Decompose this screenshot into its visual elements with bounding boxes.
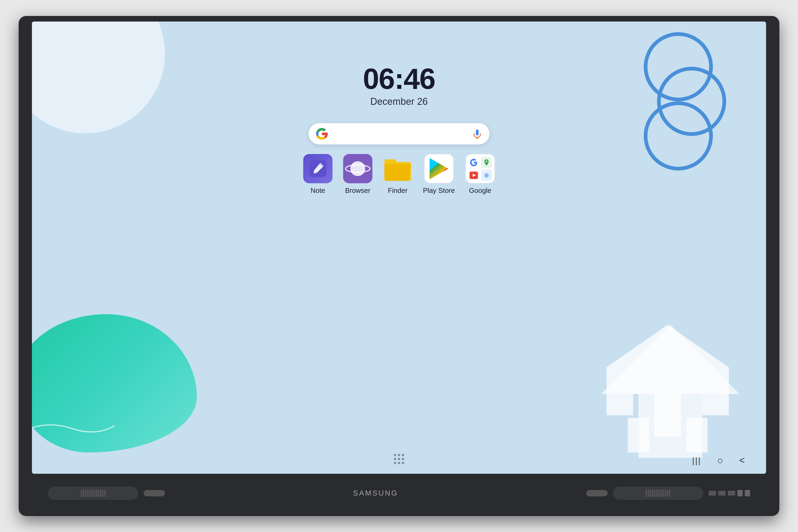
- speaker-right: [613, 487, 703, 500]
- tv-screen: 06:46 December 26: [32, 22, 766, 474]
- port-1: [709, 491, 716, 496]
- app-google-icon[interactable]: G: [466, 154, 495, 183]
- app-finder[interactable]: Finder: [383, 154, 412, 195]
- port-usb-2: [745, 490, 750, 496]
- app-google[interactable]: G Google: [466, 154, 495, 195]
- app-finder-icon[interactable]: [383, 154, 412, 183]
- app-browser-label: Browser: [345, 187, 370, 195]
- app-playstore-label: Play Store: [423, 187, 455, 195]
- app-finder-label: Finder: [388, 187, 407, 195]
- ports-area: [709, 490, 750, 496]
- recent-apps-button[interactable]: |||: [692, 456, 701, 466]
- search-bar[interactable]: [308, 123, 490, 145]
- home-button[interactable]: ○: [717, 455, 723, 466]
- bezel-button-left[interactable]: [144, 490, 165, 496]
- google-g-logo: [315, 127, 329, 141]
- svg-text:G: G: [485, 173, 488, 177]
- bezel-right: [586, 487, 750, 500]
- speaker-left: [48, 487, 138, 500]
- back-button[interactable]: <: [739, 455, 745, 466]
- port-usb-1: [737, 490, 743, 496]
- app-note[interactable]: Note: [303, 154, 332, 195]
- mic-icon[interactable]: [471, 128, 483, 140]
- port-3: [728, 491, 735, 496]
- bezel-button-right[interactable]: [586, 490, 608, 496]
- app-google-label: Google: [469, 187, 491, 195]
- port-2: [718, 491, 726, 496]
- app-playstore-icon[interactable]: [424, 154, 454, 183]
- app-playstore[interactable]: Play Store: [423, 154, 455, 195]
- brand-name: SAMSUNG: [353, 489, 398, 497]
- apps-row: Note: [303, 154, 495, 195]
- app-browser-icon[interactable]: [343, 154, 373, 183]
- clock-date: December 26: [363, 96, 435, 107]
- app-browser[interactable]: Browser: [343, 154, 373, 195]
- nav-buttons: ||| ○ <: [692, 455, 745, 466]
- tv-bottom-bezel: SAMSUNG: [32, 476, 766, 510]
- app-note-label: Note: [311, 187, 325, 195]
- bottom-navigation: ||| ○ <: [32, 447, 766, 474]
- bezel-left: [48, 487, 165, 500]
- svg-point-4: [350, 161, 365, 176]
- clock-area: 06:46 December 26: [363, 64, 435, 107]
- screen-content: 06:46 December 26: [32, 22, 766, 474]
- app-note-icon[interactable]: [303, 154, 332, 183]
- tv-device: 06:46 December 26: [19, 16, 779, 516]
- clock-time: 06:46: [363, 64, 435, 93]
